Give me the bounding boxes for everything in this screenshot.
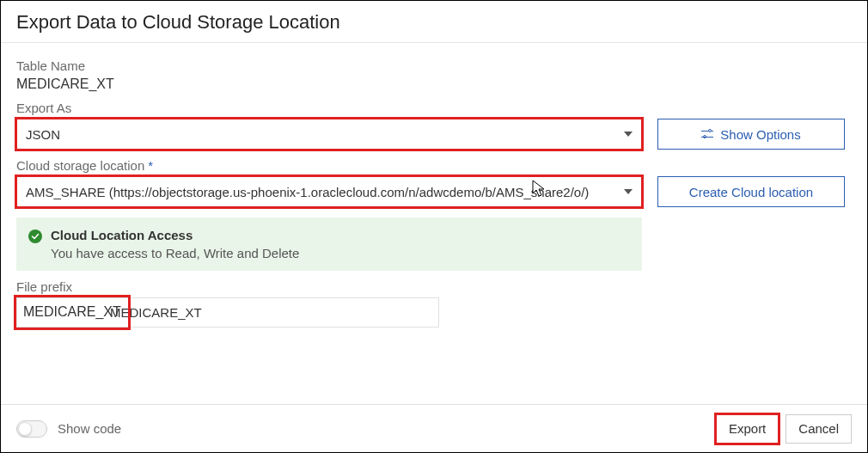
chevron-down-icon xyxy=(624,132,633,137)
dialog-footer: Show code Export Cancel xyxy=(1,404,867,452)
cloud-location-selected-value: AMS_SHARE (https://objectstorage.us-phoe… xyxy=(26,185,589,199)
file-prefix-label: File prefix xyxy=(16,279,852,294)
create-cloud-location-label: Create Cloud location xyxy=(689,185,813,199)
export-as-label: Export As xyxy=(16,101,852,115)
dialog-body: Table Name MEDICARE_XT Export As JSON Sh… xyxy=(1,43,867,334)
access-banner-title: Cloud Location Access xyxy=(51,228,299,242)
toggle-knob xyxy=(18,422,32,436)
export-as-select[interactable]: JSON xyxy=(16,119,642,150)
chevron-down-icon xyxy=(624,189,633,194)
export-button[interactable]: Export xyxy=(716,414,779,444)
export-as-selected-value: JSON xyxy=(26,127,60,142)
cancel-button[interactable]: Cancel xyxy=(785,414,852,444)
dialog-header: Export Data to Cloud Storage Location xyxy=(1,1,867,43)
check-circle-icon xyxy=(28,230,42,243)
create-cloud-location-button[interactable]: Create Cloud location xyxy=(657,176,845,207)
file-prefix-input[interactable] xyxy=(16,297,439,328)
cloud-location-select[interactable]: AMS_SHARE (https://objectstorage.us-phoe… xyxy=(16,176,642,207)
dialog-title: Export Data to Cloud Storage Location xyxy=(16,11,852,34)
cloud-location-label: Cloud storage location* xyxy=(16,158,852,173)
sliders-icon xyxy=(701,129,713,139)
cloud-access-banner: Cloud Location Access You have access to… xyxy=(16,217,642,271)
show-options-button[interactable]: Show Options xyxy=(657,119,845,150)
show-options-label: Show Options xyxy=(720,127,800,142)
table-name-value: MEDICARE_XT xyxy=(16,77,852,92)
access-banner-desc: You have access to Read, Write and Delet… xyxy=(51,246,299,260)
required-asterisk: * xyxy=(148,158,153,173)
show-code-label: Show code xyxy=(58,421,121,436)
table-name-label: Table Name xyxy=(16,58,852,73)
show-code-toggle[interactable] xyxy=(16,420,47,438)
